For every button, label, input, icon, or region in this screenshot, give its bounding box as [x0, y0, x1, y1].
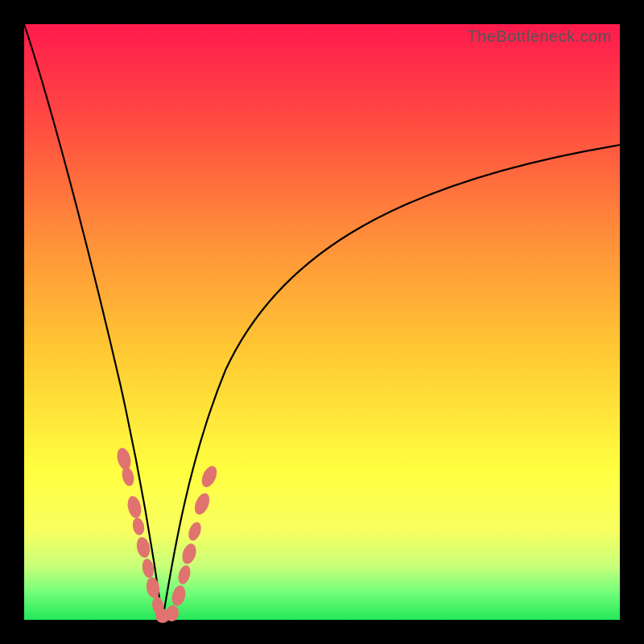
bead — [192, 491, 212, 517]
bead — [135, 536, 152, 559]
bead — [131, 517, 146, 536]
bead — [170, 584, 188, 607]
bead — [126, 495, 143, 520]
bead-group — [115, 446, 220, 623]
bead — [180, 542, 198, 566]
bead — [186, 520, 203, 542]
curves-svg — [24, 24, 620, 620]
plot-area: TheBottleneck.com — [24, 24, 620, 620]
bead — [199, 464, 220, 489]
curve-right — [163, 145, 620, 620]
bead — [120, 466, 135, 488]
bead — [115, 446, 133, 471]
chart-frame: TheBottleneck.com — [0, 0, 644, 644]
bead — [176, 564, 192, 586]
